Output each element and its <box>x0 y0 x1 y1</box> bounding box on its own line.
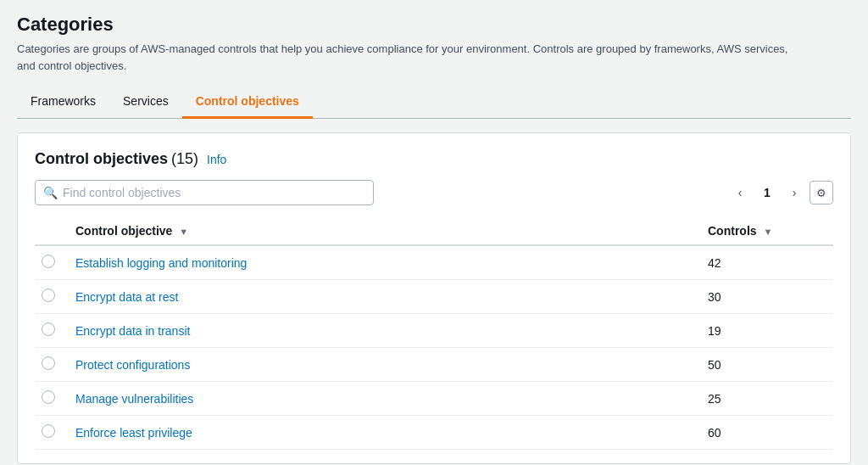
table-row: Enforce least privilege60 <box>35 416 833 450</box>
row-radio[interactable] <box>42 255 55 268</box>
search-container: 🔍 <box>35 180 374 205</box>
row-controls-cell: 42 <box>698 245 833 280</box>
next-page-button[interactable]: › <box>782 181 806 204</box>
col-objective-label: Control objective <box>75 224 172 238</box>
table-row: Encrypt data at rest30 <box>35 280 833 314</box>
objective-link[interactable]: Protect configurations <box>75 358 190 372</box>
row-checkbox-cell <box>35 245 65 280</box>
col-header-controls[interactable]: Controls ▼ <box>698 217 833 245</box>
pagination-controls: ‹ 1 › ⚙ <box>728 181 833 204</box>
current-page: 1 <box>755 181 779 204</box>
row-radio[interactable] <box>42 322 55 336</box>
chevron-left-icon: ‹ <box>738 186 743 199</box>
objective-link[interactable]: Establish logging and monitoring <box>75 256 247 270</box>
col-header-checkbox <box>35 217 65 245</box>
row-controls-cell: 19 <box>698 314 833 348</box>
row-radio[interactable] <box>42 356 55 370</box>
row-controls-cell: 30 <box>698 280 833 314</box>
row-objective-cell: Encrypt data in transit <box>65 314 698 348</box>
sort-controls-icon: ▼ <box>763 227 772 237</box>
settings-button[interactable]: ⚙ <box>810 181 833 204</box>
table-row: Encrypt data in transit19 <box>35 314 833 348</box>
row-radio[interactable] <box>42 289 55 302</box>
sort-objective-icon: ▼ <box>179 227 188 237</box>
row-controls-cell: 25 <box>698 382 833 416</box>
row-objective-cell: Encrypt data at rest <box>65 280 698 314</box>
section-title: Control objectives <box>35 150 168 168</box>
row-objective-cell: Protect configurations <box>65 348 698 382</box>
table-row: Establish logging and monitoring42 <box>35 245 833 280</box>
row-checkbox-cell <box>35 348 65 382</box>
content-panel: Control objectives (15) Info 🔍 ‹ 1 › ⚙ <box>17 132 851 464</box>
objective-link[interactable]: Encrypt data in transit <box>75 324 190 338</box>
prev-page-button[interactable]: ‹ <box>728 181 752 204</box>
page-description: Categories are groups of AWS-managed con… <box>17 41 797 74</box>
tabs-bar: Frameworks Services Control objectives <box>17 87 851 119</box>
row-objective-cell: Manage vulnerabilities <box>65 382 698 416</box>
search-input[interactable] <box>35 180 374 205</box>
tab-frameworks[interactable]: Frameworks <box>17 87 109 119</box>
objective-link[interactable]: Enforce least privilege <box>75 426 192 440</box>
control-objectives-table: Control objective ▼ Controls ▼ Establish… <box>35 217 833 450</box>
row-controls-cell: 50 <box>698 348 833 382</box>
row-radio[interactable] <box>42 390 55 404</box>
row-radio[interactable] <box>42 424 55 438</box>
search-row: 🔍 ‹ 1 › ⚙ <box>35 180 833 205</box>
row-checkbox-cell <box>35 280 65 314</box>
gear-icon: ⚙ <box>816 187 826 199</box>
row-checkbox-cell <box>35 314 65 348</box>
chevron-right-icon: › <box>793 186 797 199</box>
tab-services[interactable]: Services <box>109 87 182 119</box>
section-header: Control objectives (15) Info <box>35 150 833 168</box>
info-link[interactable]: Info <box>207 153 226 166</box>
col-controls-label: Controls <box>708 224 757 238</box>
section-count: (15) <box>171 150 198 168</box>
objective-link[interactable]: Manage vulnerabilities <box>75 392 193 406</box>
search-icon: 🔍 <box>43 186 58 199</box>
row-objective-cell: Establish logging and monitoring <box>65 245 698 280</box>
table-row: Manage vulnerabilities25 <box>35 382 833 416</box>
col-header-objective[interactable]: Control objective ▼ <box>65 217 698 245</box>
objective-link[interactable]: Encrypt data at rest <box>75 290 178 304</box>
table-row: Protect configurations50 <box>35 348 833 382</box>
row-objective-cell: Enforce least privilege <box>65 416 698 450</box>
row-checkbox-cell <box>35 382 65 416</box>
row-checkbox-cell <box>35 416 65 450</box>
row-controls-cell: 60 <box>698 416 833 450</box>
page-title: Categories <box>17 14 851 36</box>
tab-control-objectives[interactable]: Control objectives <box>182 87 313 119</box>
